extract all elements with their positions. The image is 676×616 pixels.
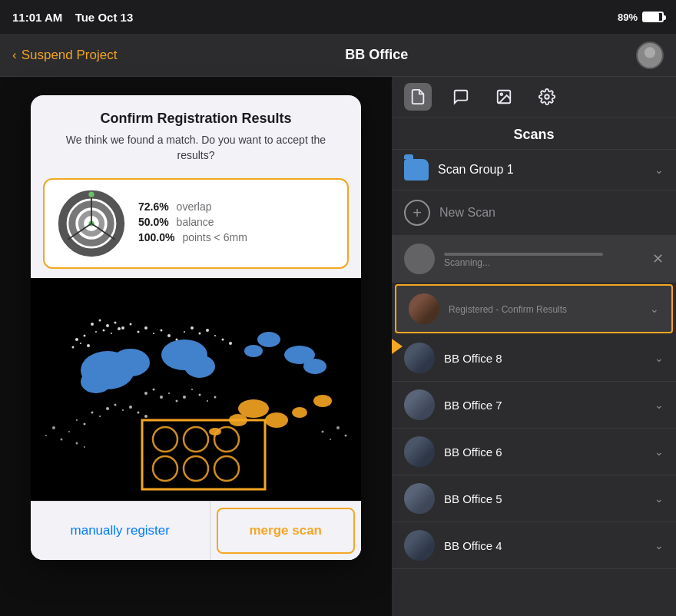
- merge-scan-button[interactable]: merge scan: [217, 508, 356, 554]
- status-indicators: 89%: [618, 12, 664, 23]
- chevron-down-icon: ⌄: [654, 164, 664, 176]
- svg-point-56: [160, 396, 163, 399]
- svg-point-63: [114, 404, 117, 406]
- svg-point-0: [645, 47, 655, 58]
- scan-name-bb6: BB Office 6: [444, 445, 645, 459]
- tab-bar: [392, 77, 676, 118]
- svg-point-32: [184, 331, 185, 333]
- tab-settings-icon[interactable]: [533, 83, 561, 111]
- svg-point-51: [292, 407, 307, 418]
- scan-group-header[interactable]: Scan Group 1 ⌄: [392, 150, 676, 190]
- overlap-value: 72.6%: [138, 200, 169, 213]
- scan-item-bb7[interactable]: BB Office 7 ⌄: [392, 382, 676, 429]
- svg-point-15: [121, 326, 124, 330]
- chevron-down-icon-bb6: ⌄: [654, 445, 664, 458]
- stats-text: 72.6% overlap 50.0% balance 100.0% point…: [138, 200, 335, 247]
- scan-status-registered: Registered - Confirm Results: [449, 304, 641, 315]
- chevron-down-icon-bb5: ⌄: [654, 492, 664, 505]
- point-cloud-view: [31, 278, 361, 501]
- svg-point-86: [61, 439, 63, 441]
- modal-dialog: Confirm Registration Results We think we…: [31, 95, 361, 560]
- svg-point-59: [183, 396, 186, 399]
- tab-scans-icon[interactable]: [404, 83, 432, 111]
- new-scan-label: New Scan: [439, 206, 495, 220]
- svg-point-92: [500, 93, 502, 95]
- battery-fill: [644, 13, 659, 21]
- scan-name-bb4: BB Office 4: [444, 539, 645, 552]
- scan-status-scanning: Scanning...: [444, 257, 643, 268]
- svg-point-44: [257, 332, 280, 347]
- svg-point-61: [199, 394, 201, 396]
- svg-point-24: [144, 326, 147, 330]
- scan-info-bb7: BB Office 7: [444, 399, 645, 412]
- scan-thumb-bb7: [404, 389, 435, 420]
- svg-point-41: [111, 349, 150, 376]
- svg-point-14: [114, 322, 117, 324]
- scan-item-bb4[interactable]: BB Office 4 ⌄: [392, 522, 676, 569]
- manually-register-button[interactable]: manually register: [31, 502, 210, 560]
- nav-bar: ‹ Suspend Project BB Office: [0, 34, 676, 77]
- svg-point-54: [144, 392, 147, 395]
- scan-item-registered[interactable]: Registered - Confirm Results ⌄: [395, 284, 673, 333]
- svg-point-29: [87, 344, 90, 347]
- svg-point-30: [167, 334, 171, 337]
- svg-point-18: [103, 330, 105, 332]
- balance-label: balance: [177, 216, 214, 228]
- scan-item-bb5[interactable]: BB Office 5 ⌄: [392, 475, 676, 522]
- svg-point-22: [84, 335, 86, 337]
- scan-item-bb6[interactable]: BB Office 6 ⌄: [392, 429, 676, 475]
- scan-thumb-bb6: [404, 436, 435, 467]
- svg-point-81: [322, 431, 324, 433]
- svg-point-68: [138, 412, 140, 414]
- svg-point-64: [122, 409, 124, 411]
- scan-thumb-bb5: [404, 483, 435, 514]
- svg-point-36: [214, 335, 216, 336]
- svg-point-33: [191, 326, 194, 330]
- points-value: 100.0%: [138, 231, 174, 243]
- time: 11:01 AM: [12, 11, 62, 24]
- back-chevron-icon: ‹: [12, 48, 17, 63]
- back-button[interactable]: ‹ Suspend Project: [12, 48, 117, 63]
- svg-point-43: [184, 355, 215, 378]
- svg-point-45: [244, 345, 263, 357]
- back-label: Suspend Project: [22, 48, 118, 63]
- svg-point-34: [199, 333, 201, 335]
- svg-point-17: [95, 331, 97, 333]
- new-scan-item[interactable]: + New Scan: [392, 190, 676, 236]
- scan-name-bb7: BB Office 7: [444, 399, 645, 412]
- svg-point-16: [130, 323, 132, 326]
- date: Tue Oct 13: [75, 11, 134, 24]
- tab-image-icon[interactable]: [490, 83, 518, 111]
- scan-name-bb5: BB Office 5: [444, 492, 645, 505]
- scan-item-bb8[interactable]: BB Office 8 ⌄: [392, 335, 676, 382]
- svg-point-66: [91, 412, 94, 414]
- svg-point-71: [84, 423, 86, 426]
- svg-point-19: [111, 333, 112, 334]
- scan-info-bb8: BB Office 8: [444, 352, 645, 365]
- svg-point-82: [330, 439, 331, 440]
- svg-rect-10: [31, 278, 361, 501]
- battery-percent: 89%: [618, 12, 638, 23]
- svg-point-93: [545, 94, 549, 99]
- battery-icon: [642, 12, 664, 22]
- stats-box: 72.6% overlap 50.0% balance 100.0% point…: [43, 178, 349, 269]
- svg-point-27: [72, 346, 75, 349]
- scan-info-scanning: Scanning...: [444, 250, 643, 268]
- scan-item-scanning[interactable]: Scanning... ✕: [392, 236, 676, 283]
- donut-chart: [57, 189, 126, 258]
- svg-point-60: [191, 389, 193, 390]
- svg-point-40: [81, 370, 111, 393]
- main-content: Confirm Registration Results We think we…: [0, 77, 676, 616]
- avatar[interactable]: [636, 41, 664, 69]
- svg-point-38: [229, 342, 232, 345]
- svg-point-88: [45, 435, 47, 436]
- svg-point-49: [265, 412, 288, 428]
- balance-value: 50.0%: [138, 216, 169, 228]
- svg-point-25: [153, 333, 154, 334]
- close-icon[interactable]: ✕: [652, 250, 664, 267]
- section-title: Scans: [392, 118, 676, 150]
- svg-point-35: [206, 329, 209, 332]
- svg-point-90: [84, 446, 85, 448]
- plus-icon: +: [404, 200, 430, 226]
- tab-chat-icon[interactable]: [447, 83, 475, 111]
